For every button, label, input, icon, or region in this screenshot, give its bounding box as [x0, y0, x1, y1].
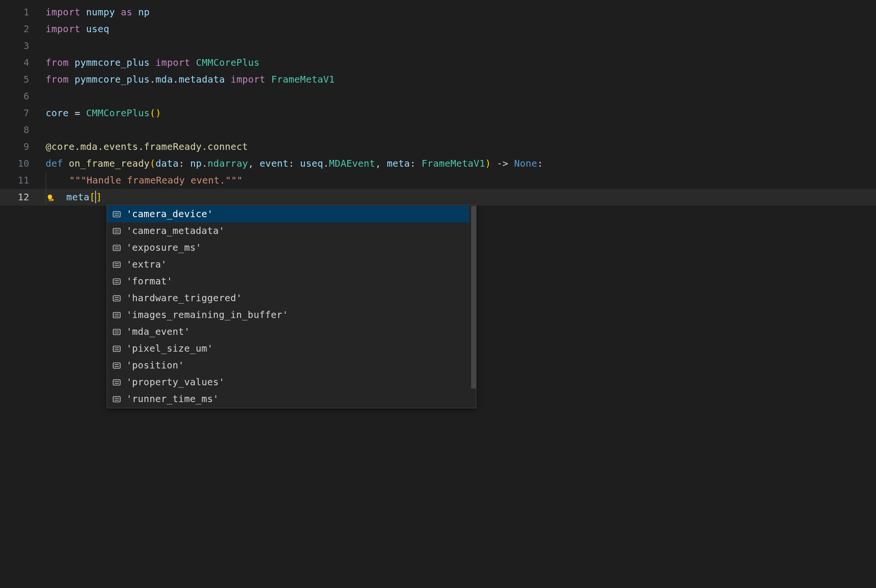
- code-line[interactable]: 1 import numpy as np: [0, 4, 876, 21]
- autocomplete-popup[interactable]: 'camera_device''camera_metadata''exposur…: [107, 205, 476, 408]
- autocomplete-label: 'camera_device': [126, 208, 213, 220]
- keyword-import: import: [46, 7, 80, 18]
- svg-rect-3: [113, 211, 121, 217]
- autocomplete-list[interactable]: 'camera_device''camera_metadata''exposur…: [107, 205, 469, 408]
- code-line[interactable]: 11 """Handle frameReady event.""": [0, 172, 876, 189]
- constant-icon: [112, 243, 122, 253]
- autocomplete-label: 'extra': [126, 259, 167, 270]
- keyword-import: import: [231, 74, 265, 85]
- keyword-as: as: [121, 7, 133, 18]
- keyword-import: import: [46, 24, 80, 35]
- type-name: ndarray: [207, 158, 248, 169]
- class-name: FrameMetaV1: [271, 74, 335, 85]
- autocomplete-label: 'property_values': [126, 377, 225, 388]
- line-number: 12: [0, 189, 46, 206]
- line-number: 9: [0, 138, 46, 155]
- class-name: CMMCorePlus: [86, 108, 149, 119]
- lightbulb-icon[interactable]: [46, 194, 55, 202]
- autocomplete-item[interactable]: 'property_values': [107, 374, 469, 391]
- docstring: """Handle frameReady event.""": [69, 175, 243, 186]
- code-line[interactable]: 4 from pymmcore_plus import CMMCorePlus: [0, 54, 876, 71]
- svg-rect-0: [49, 200, 51, 200]
- line-number: 7: [0, 105, 46, 122]
- autocomplete-label: 'format': [126, 276, 172, 287]
- constant-icon: [112, 310, 122, 320]
- line-number: 5: [0, 71, 46, 88]
- code-content[interactable]: """Handle frameReady event.""": [46, 172, 876, 189]
- line-number: 1: [0, 4, 46, 21]
- variable-ref: meta: [66, 192, 89, 203]
- constant-icon: [112, 378, 122, 387]
- code-line[interactable]: 3: [0, 37, 876, 54]
- autocomplete-label: 'exposure_ms': [126, 242, 202, 253]
- module-ref: np: [190, 158, 202, 169]
- autocomplete-item[interactable]: 'extra': [107, 256, 469, 273]
- keyword-import: import: [156, 57, 190, 68]
- code-line[interactable]: 7 core = CMMCorePlus(): [0, 105, 876, 122]
- constant-icon: [112, 344, 122, 354]
- code-content[interactable]: def on_frame_ready(data: np.ndarray, eve…: [46, 155, 876, 172]
- svg-rect-18: [113, 295, 121, 301]
- autocomplete-label: 'camera_metadata': [126, 225, 225, 236]
- text-cursor: [95, 191, 96, 203]
- autocomplete-item[interactable]: 'images_remaining_in_buffer': [107, 306, 469, 323]
- decorator: @core.mda.events.frameReady.connect: [46, 141, 248, 152]
- autocomplete-item[interactable]: 'camera_device': [107, 206, 469, 222]
- autocomplete-label: 'hardware_triggered': [126, 293, 242, 304]
- svg-rect-33: [113, 380, 121, 385]
- class-name: CMMCorePlus: [196, 57, 259, 68]
- autocomplete-item[interactable]: 'position': [107, 357, 469, 374]
- autocomplete-item[interactable]: 'exposure_ms': [107, 239, 469, 256]
- alias-name: np: [138, 7, 150, 18]
- code-content[interactable]: @core.mda.events.frameReady.connect: [46, 138, 876, 155]
- constant-icon: [112, 226, 122, 236]
- autocomplete-item[interactable]: 'camera_metadata': [107, 222, 469, 239]
- bracket-close: ]: [96, 192, 102, 203]
- constant-icon: [112, 294, 122, 303]
- line-number: 10: [0, 155, 46, 172]
- code-content[interactable]: import numpy as np: [46, 4, 876, 21]
- module-name: useq: [86, 24, 109, 35]
- code-content[interactable]: core = CMMCorePlus(): [46, 105, 876, 122]
- module-name: pymmcore_plus: [74, 74, 150, 85]
- svg-rect-21: [113, 312, 121, 318]
- autocomplete-scrollbar[interactable]: [469, 205, 476, 408]
- line-number: 11: [0, 172, 46, 189]
- module-name: pymmcore_plus: [74, 57, 150, 68]
- code-content[interactable]: meta[]: [46, 189, 876, 206]
- autocomplete-item[interactable]: 'mda_event': [107, 323, 469, 340]
- module-name: metadata: [179, 74, 225, 85]
- code-line[interactable]: 10 def on_frame_ready(data: np.ndarray, …: [0, 155, 876, 172]
- autocomplete-item[interactable]: 'format': [107, 273, 469, 290]
- code-line[interactable]: 5 from pymmcore_plus.mda.metadata import…: [0, 71, 876, 88]
- svg-rect-1: [49, 201, 51, 201]
- code-line[interactable]: 6: [0, 88, 876, 105]
- keyword-from: from: [46, 74, 69, 85]
- constant-icon: [112, 327, 122, 337]
- code-line[interactable]: 9 @core.mda.events.frameReady.connect: [0, 138, 876, 155]
- svg-rect-24: [113, 329, 121, 334]
- code-content[interactable]: import useq: [46, 21, 876, 37]
- code-line-current[interactable]: 12 meta[]: [0, 189, 876, 206]
- keyword-def: def: [46, 158, 63, 169]
- autocomplete-item[interactable]: 'pixel_size_um': [107, 340, 469, 357]
- constant-icon: [112, 209, 122, 219]
- code-content[interactable]: from pymmcore_plus.mda.metadata import F…: [46, 71, 876, 88]
- autocomplete-item[interactable]: 'hardware_triggered': [107, 290, 469, 306]
- param-name: event: [260, 158, 289, 169]
- svg-rect-36: [113, 396, 121, 402]
- svg-rect-27: [113, 346, 121, 351]
- code-content[interactable]: from pymmcore_plus import CMMCorePlus: [46, 54, 876, 71]
- scrollbar-thumb[interactable]: [471, 206, 476, 389]
- autocomplete-label: 'runner_time_ms': [126, 393, 219, 404]
- autocomplete-label: 'position': [126, 360, 184, 371]
- svg-rect-12: [113, 262, 121, 267]
- svg-rect-30: [113, 363, 121, 368]
- code-line[interactable]: 2 import useq: [0, 21, 876, 37]
- constant-icon: [112, 394, 122, 404]
- autocomplete-item[interactable]: 'runner_time_ms': [107, 391, 469, 407]
- code-line[interactable]: 8: [0, 122, 876, 138]
- line-number: 3: [0, 37, 46, 54]
- autocomplete-label: 'mda_event': [126, 326, 190, 337]
- svg-rect-9: [113, 245, 121, 250]
